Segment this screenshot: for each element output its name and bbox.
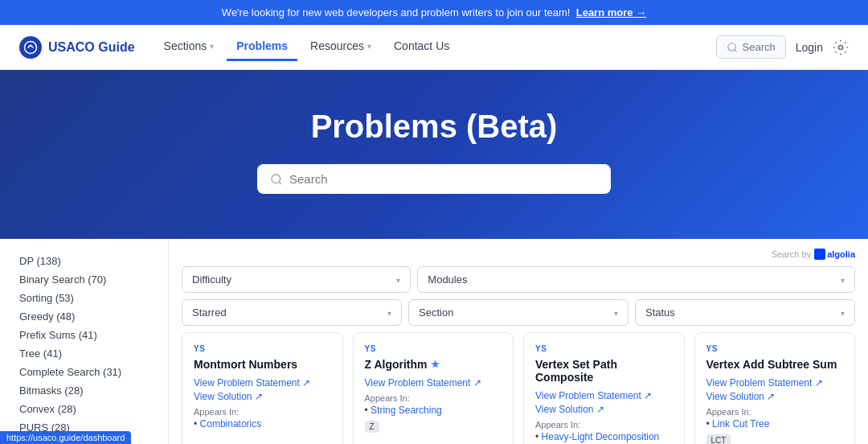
appears-in-label: Appears In: [194, 407, 331, 417]
nav-search-label: Search [743, 41, 776, 53]
algolia-icon [814, 249, 825, 260]
modules-filter[interactable]: Modules [417, 266, 855, 293]
nav-problems[interactable]: Problems [227, 33, 297, 61]
difficulty-filter[interactable]: Difficulty [182, 266, 411, 293]
card-title: Montmort Numbers [194, 358, 331, 371]
hero-title: Problems (Beta) [19, 109, 849, 145]
filters-row-2: Starred Section Status [182, 299, 855, 326]
status-bar: https://usaco.guide/dashboard [0, 431, 131, 444]
svg-point-3 [272, 175, 280, 183]
sidebar-item-greedy[interactable]: Greedy (48) [13, 307, 155, 326]
sidebar-item-binary-search[interactable]: Binary Search (70) [13, 270, 155, 289]
chevron-down-icon [614, 306, 618, 319]
right-panel: Search by algolia Difficulty Modules Sta… [169, 239, 868, 444]
card-tags: Z [365, 421, 502, 433]
search-icon [270, 173, 283, 186]
card-title: Vertex Set Path Composite [535, 358, 673, 384]
svg-point-2 [839, 45, 843, 49]
section-filter[interactable]: Section [408, 299, 628, 326]
card-badge: YS [194, 344, 331, 353]
login-button[interactable]: Login [796, 41, 823, 54]
banner-text: We're looking for new web developers and… [222, 6, 571, 18]
nav-items: Sections ▾ Problems Resources ▾ Contact … [154, 33, 716, 61]
problem-card-montmort: YS Montmort Numbers View Problem Stateme… [182, 332, 343, 444]
view-problem-link[interactable]: View Problem Statement ↗ [194, 377, 331, 388]
view-solution-link[interactable]: View Solution ↗ [706, 391, 844, 402]
card-tag: Z [365, 421, 379, 433]
sidebar-item-dp[interactable]: DP (138) [13, 252, 155, 270]
chevron-icon: ▾ [367, 42, 371, 51]
brand-name: USACO Guide [48, 40, 135, 55]
algolia-logo: algolia [814, 249, 855, 260]
svg-point-0 [25, 41, 37, 53]
banner-link[interactable]: Learn more → [576, 6, 646, 18]
chevron-down-icon [841, 273, 845, 286]
appears-in-label: Appears In: [706, 407, 844, 417]
card-tags: LCT [706, 434, 844, 444]
appears-in-value: • Heavy-Light Decomposition [535, 431, 673, 442]
view-problem-link[interactable]: View Problem Statement ↗ [365, 377, 502, 388]
problem-card-vertex-set-path: YS Vertex Set Path Composite View Proble… [523, 332, 685, 444]
nav-right: Search Login [716, 35, 849, 59]
settings-icon[interactable] [833, 39, 849, 56]
status-url: https://usaco.guide/dashboard [6, 433, 125, 442]
navbar: USACO Guide Sections ▾ Problems Resource… [0, 25, 868, 70]
card-title: Z Algorithm ★ [365, 358, 502, 371]
starred-filter[interactable]: Starred [182, 299, 402, 326]
sidebar-item-prefix-sums[interactable]: Prefix Sums (41) [13, 326, 155, 344]
sidebar-item-tree[interactable]: Tree (41) [13, 344, 155, 363]
brand-icon [19, 36, 42, 59]
appears-in-value: • Combinatorics [194, 418, 331, 430]
chevron-down-icon [841, 306, 845, 319]
card-badge: YS [535, 344, 673, 353]
top-banner: We're looking for new web developers and… [0, 0, 868, 25]
algolia-prefix: Search by [772, 249, 812, 259]
problem-card-z-algorithm: YS Z Algorithm ★ View Problem Statement … [353, 332, 514, 444]
main-content: DP (138) Binary Search (70) Sorting (53)… [0, 239, 868, 444]
sidebar-item-complete-search[interactable]: Complete Search (31) [13, 363, 155, 381]
problem-card-vertex-add-subtree: YS Vertex Add Subtree Sum View Problem S… [694, 332, 856, 444]
view-solution-link[interactable]: View Solution ↗ [194, 391, 331, 402]
nav-search-button[interactable]: Search [716, 35, 786, 59]
card-badge: YS [706, 344, 844, 353]
star-icon: ★ [431, 359, 440, 370]
sidebar: DP (138) Binary Search (70) Sorting (53)… [0, 239, 169, 444]
view-problem-link[interactable]: View Problem Statement ↗ [706, 377, 844, 388]
sidebar-item-convex[interactable]: Convex (28) [13, 400, 155, 418]
card-tag: LCT [706, 434, 731, 444]
search-icon [727, 42, 738, 53]
appears-in-value: • String Searching [365, 405, 502, 416]
chevron-icon: ▾ [210, 42, 214, 51]
algolia-bar: Search by algolia [182, 249, 855, 260]
view-solution-link[interactable]: View Solution ↗ [535, 404, 673, 415]
nav-sections[interactable]: Sections ▾ [154, 33, 224, 61]
hero-search-box[interactable] [257, 164, 611, 194]
card-title: Vertex Add Subtree Sum [706, 358, 844, 371]
sidebar-item-bitmasks[interactable]: Bitmasks (28) [13, 381, 155, 400]
nav-contact[interactable]: Contact Us [384, 33, 459, 61]
status-filter[interactable]: Status [635, 299, 855, 326]
chevron-down-icon [396, 273, 400, 286]
hero-section: Problems (Beta) [0, 70, 868, 239]
view-problem-link[interactable]: View Problem Statement ↗ [535, 390, 673, 401]
nav-resources[interactable]: Resources ▾ [301, 33, 381, 61]
svg-point-1 [727, 43, 735, 50]
appears-in-label: Appears In: [365, 393, 502, 403]
chevron-down-icon [387, 306, 391, 319]
filters-row-1: Difficulty Modules [182, 266, 855, 293]
brand-logo-link[interactable]: USACO Guide [19, 36, 135, 59]
appears-in-label: Appears In: [535, 420, 673, 430]
card-badge: YS [365, 344, 502, 353]
search-input[interactable] [289, 172, 598, 186]
cards-grid: YS Montmort Numbers View Problem Stateme… [182, 332, 855, 444]
appears-in-value: • Link Cut Tree [706, 418, 844, 430]
sidebar-item-sorting[interactable]: Sorting (53) [13, 289, 155, 307]
